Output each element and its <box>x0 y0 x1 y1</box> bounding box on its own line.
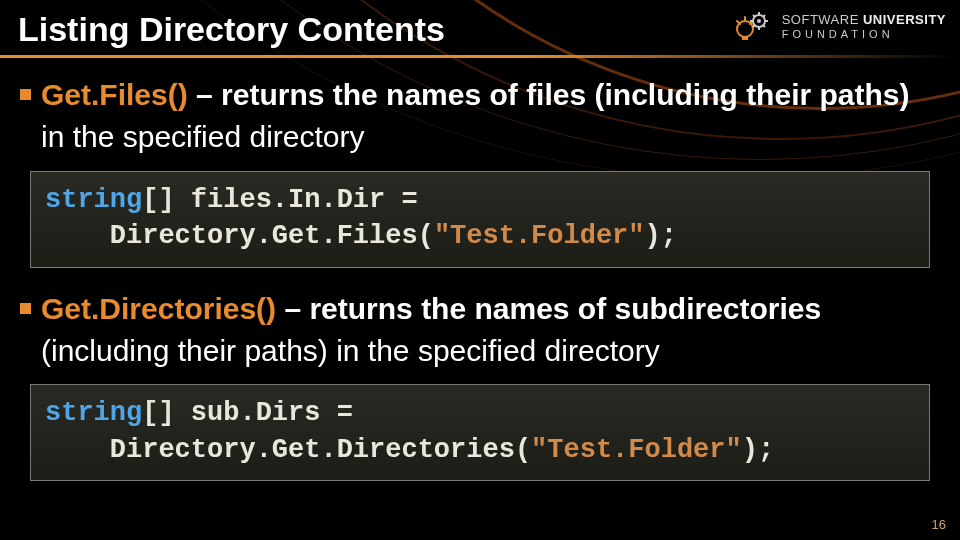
code-token: . <box>256 221 272 251</box>
method-name: Get.Directories() <box>41 292 276 325</box>
code-variable: files.In.Dir <box>191 185 385 215</box>
brand-line2: UNIVERSITY <box>863 12 946 27</box>
code-call: Get.Files <box>272 221 418 251</box>
code-string: "Test.Folder" <box>434 221 645 251</box>
lightbulb-gear-icon <box>732 6 774 48</box>
brand-logo: SOFTWARE UNIVERSITY FOUNDATION <box>732 6 946 48</box>
method-name: Get.Files() <box>41 78 188 111</box>
bullet-item: Get.Files() – returns the names of files… <box>20 76 940 114</box>
bullet-text: Get.Files() – returns the names of files… <box>41 76 940 114</box>
code-token: . <box>256 435 272 465</box>
slide-content: Get.Files() – returns the names of files… <box>20 76 940 503</box>
code-token: ( <box>418 221 434 251</box>
code-token: ( <box>515 435 531 465</box>
code-object: Directory <box>110 221 256 251</box>
code-token: [] <box>142 398 191 428</box>
bullet-text: Get.Directories() – returns the names of… <box>41 290 940 328</box>
svg-point-2 <box>757 19 761 23</box>
bullet-desc-line2: (including their paths) in the specified… <box>20 332 940 370</box>
code-token: = <box>320 398 352 428</box>
code-object: Directory <box>110 435 256 465</box>
code-variable: sub.Dirs <box>191 398 321 428</box>
code-keyword: string <box>45 185 142 215</box>
page-number: 16 <box>932 517 946 532</box>
bullet-icon <box>20 303 31 314</box>
bullet-item: Get.Directories() – returns the names of… <box>20 290 940 328</box>
code-block: string[] sub.Dirs = Directory.Get.Direct… <box>30 384 930 481</box>
code-token: [] <box>142 185 191 215</box>
code-call: Get.Directories <box>272 435 515 465</box>
brand-line1: SOFTWARE <box>782 12 859 27</box>
code-token: ); <box>742 435 774 465</box>
code-keyword: string <box>45 398 142 428</box>
slide-title: Listing Directory Contents <box>18 10 445 49</box>
bullet-desc-line2: in the specified directory <box>20 118 940 156</box>
bullet-desc-line1: – returns the names of subdirectories <box>276 292 821 325</box>
bullet-desc-line1: – returns the names of files (including … <box>188 78 910 111</box>
brand-line3: FOUNDATION <box>782 28 894 40</box>
code-string: "Test.Folder" <box>531 435 742 465</box>
code-indent <box>45 435 110 465</box>
brand-text: SOFTWARE UNIVERSITY FOUNDATION <box>782 13 946 40</box>
bullet-icon <box>20 89 31 100</box>
code-block: string[] files.In.Dir = Directory.Get.Fi… <box>30 171 930 268</box>
code-token: ); <box>645 221 677 251</box>
code-indent <box>45 221 110 251</box>
code-token: = <box>385 185 417 215</box>
title-underline <box>0 55 960 58</box>
